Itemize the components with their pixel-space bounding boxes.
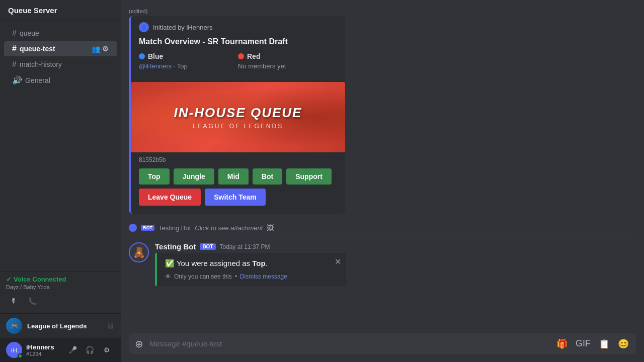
user-tag: #1234 <box>26 351 60 357</box>
user-panel: iH iHenners #1234 🎤 🎧 ⚙ <box>0 338 121 362</box>
disconnect-button[interactable]: 📞 <box>24 293 40 309</box>
emoji-icon[interactable]: 😊 <box>615 335 632 352</box>
message-content: Testing Bot BOT Today at 11:37 PM ✕ ✅ Yo… <box>155 242 636 286</box>
channel-list: # queue # queue-test 👥 ⚙ # match-history… <box>0 21 121 271</box>
message-input-wrapper: ⊕ 🎁 GIF 📋 😊 <box>129 333 636 354</box>
attachment-expand-icon[interactable]: 🖼 <box>267 224 274 232</box>
compact-bot-name: Testing Bot <box>158 224 191 232</box>
username: iHenners <box>26 343 60 351</box>
compact-bot-message: BOT Testing Bot Click to see attachment … <box>129 222 636 234</box>
channel-name: queue <box>20 29 39 37</box>
ephemeral-footer: 👁 Only you can see this • Dismiss messag… <box>165 273 338 280</box>
screen-share-icon[interactable]: 🖥 <box>107 321 115 330</box>
mute-button[interactable]: 🎙 <box>6 293 22 309</box>
switch-team-button[interactable]: Switch Team <box>205 189 266 206</box>
sidebar-bottom: ✓ Voice Connected Dayz / Baby Yoda 🎙 📞 🎮… <box>0 271 121 362</box>
input-actions: 🎁 GIF 📋 😊 <box>553 335 632 352</box>
blue-member: @iHenners · Top <box>139 62 238 70</box>
sidebar-item-match-history[interactable]: # match-history <box>4 57 117 72</box>
voice-channel-name: Dayz / Baby Yoda <box>6 284 115 290</box>
team-red: Red No members yet <box>238 52 337 70</box>
user-avatar: iH <box>6 342 22 358</box>
sticker-icon[interactable]: 📋 <box>596 335 613 352</box>
main-content: (edited) 👤 Initiated by iHenners Match O… <box>121 0 644 362</box>
user-info: iHenners #1234 <box>26 343 60 357</box>
sidebar: Queue Server # queue # queue-test 👥 ⚙ # … <box>0 0 121 362</box>
speech-icon: 🔊 <box>12 75 22 85</box>
bot-badge: BOT <box>200 243 215 250</box>
match-card-inner: 👤 Initiated by iHenners Match Overview -… <box>131 16 345 82</box>
red-dot <box>238 53 244 59</box>
league-name: League of Legends <box>27 322 102 330</box>
bot-badge-compact: BOT <box>141 225 154 231</box>
team-red-label: Red <box>238 52 337 60</box>
match-overview-card: 👤 Initiated by iHenners Match Overview -… <box>129 16 345 214</box>
channel-name: General <box>25 76 50 84</box>
voice-connected-icon: ✓ <box>6 276 12 283</box>
teams-row: Blue @iHenners · Top Red No <box>139 52 337 70</box>
user-controls: 🎤 🎧 ⚙ <box>64 342 115 358</box>
user-settings-button[interactable]: ⚙ <box>99 342 115 358</box>
bot-avatar: 🧸 <box>129 242 149 262</box>
initiated-by: 👤 Initiated by iHenners <box>139 22 337 32</box>
team-blue: Blue @iHenners · Top <box>139 52 238 70</box>
blue-dot <box>139 53 145 59</box>
sidebar-item-queue[interactable]: # queue <box>4 26 117 41</box>
match-id: 81552b5b <box>131 156 345 168</box>
jungle-button[interactable]: Jungle <box>174 168 214 185</box>
voice-connected-panel: ✓ Voice Connected Dayz / Baby Yoda 🎙 📞 <box>0 272 121 314</box>
bot-author: Testing Bot <box>155 242 196 251</box>
gif-icon[interactable]: GIF <box>573 335 594 352</box>
assigned-role: Top <box>252 259 265 267</box>
support-button[interactable]: Support <box>286 168 332 185</box>
dismiss-button[interactable]: Dismiss message <box>240 273 287 280</box>
bot-message: 🧸 Testing Bot BOT Today at 11:37 PM ✕ ✅ … <box>129 242 636 286</box>
ephemeral-note: Only you can see this <box>174 273 232 280</box>
mid-button[interactable]: Mid <box>218 168 249 185</box>
user-status-online <box>18 353 23 358</box>
add-attachment-button[interactable]: ⊕ <box>133 334 145 354</box>
sidebar-item-queue-test[interactable]: # queue-test 👥 ⚙ <box>4 41 117 56</box>
close-ephemeral-button[interactable]: ✕ <box>335 257 341 266</box>
channel-name: match-history <box>20 60 62 68</box>
queue-banner-image: IN-HOUSE QUEUE LEAGUE OF LEGENDS <box>131 82 345 152</box>
headphone-button[interactable]: 🎧 <box>82 342 98 358</box>
bot-button[interactable]: Bot <box>253 168 282 185</box>
initiator-avatar: 👤 <box>139 22 149 32</box>
message-input-area: ⊕ 🎁 GIF 📋 😊 <box>121 333 644 362</box>
channel-name: queue-test <box>20 45 55 53</box>
league-logo: 🎮 <box>6 318 22 334</box>
click-to-see-attachment[interactable]: Click to see attachment <box>195 224 263 232</box>
message-timestamp: Today at 11:37 PM <box>220 243 270 250</box>
eye-icon: 👁 <box>165 273 171 280</box>
team-blue-label: Blue <box>139 52 238 60</box>
edited-label: (edited) <box>129 8 636 14</box>
compact-bot-avatar <box>129 224 137 232</box>
leave-queue-button[interactable]: Leave Queue <box>139 189 201 206</box>
ephemeral-message-card: ✕ ✅ You were assigned as Top. 👁 Only you… <box>155 253 346 286</box>
top-button[interactable]: Top <box>139 168 170 185</box>
microphone-button[interactable]: 🎤 <box>64 342 80 358</box>
channel-actions: 👥 ⚙ <box>92 45 109 53</box>
message-input[interactable] <box>149 333 549 354</box>
ephemeral-text: ✅ You were assigned as Top. <box>165 259 338 268</box>
message-divider <box>129 238 636 238</box>
assigned-pre: ✅ You were assigned as <box>165 259 252 267</box>
role-buttons: Top Jungle Mid Bot Support <box>131 168 345 189</box>
match-title: Match Overview - SR Tournament Draft <box>139 37 337 46</box>
voice-controls: 🎙 📞 <box>6 293 115 309</box>
members-icon[interactable]: 👥 <box>92 45 100 53</box>
message-header: Testing Bot BOT Today at 11:37 PM <box>155 242 636 251</box>
gift-icon[interactable]: 🎁 <box>553 335 571 352</box>
server-name: Queue Server <box>0 0 121 21</box>
blue-member-link[interactable]: @iHenners <box>139 62 172 70</box>
action-buttons: Leave Queue Switch Team <box>131 189 345 214</box>
settings-icon[interactable]: ⚙ <box>102 45 109 53</box>
hash-icon: # <box>12 29 17 38</box>
initiated-by-text: Initiated by iHenners <box>153 24 213 31</box>
hash-icon: # <box>12 60 17 69</box>
red-member: No members yet <box>238 62 337 70</box>
banner-subtitle: LEAGUE OF LEGENDS <box>193 123 283 130</box>
sidebar-item-general[interactable]: 🔊 General <box>4 72 117 88</box>
league-of-legends-item[interactable]: 🎮 League of Legends 🖥 <box>0 314 121 338</box>
